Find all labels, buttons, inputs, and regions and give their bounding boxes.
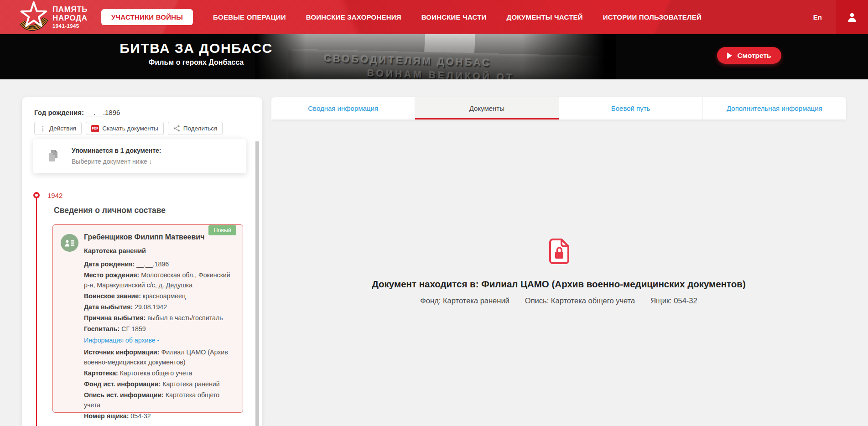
nav-item[interactable]: УЧАСТНИКИ ВОЙНЫ (101, 9, 193, 25)
document-meta-item: Ящик: 054-32 (650, 296, 697, 305)
hero-banner: СВОБОДИТЕЛЯМ ДОНБАС ВОИНАМ ВЕЛИКОЙ ОТ БИ… (0, 34, 868, 79)
pdf-icon: PDF (91, 125, 99, 132)
banner-subtitle: Фильм о героях Донбасса (68, 58, 324, 67)
person-field: Место рождения: Молотовская обл., Фокинс… (84, 270, 236, 290)
locked-document-icon (549, 239, 569, 266)
actions-row: ⋮ Действия PDF Скачать документы Поделит… (34, 122, 223, 135)
person-field: Дата рождения: __.__.1896 (84, 259, 236, 269)
document-card[interactable]: Новый Гребенщиков Филипп Матвеевич Карто… (52, 224, 243, 413)
mention-card: Упоминается в 1 документе: Выберите доку… (33, 139, 246, 173)
mention-subtitle: Выберите документ ниже ↓ (72, 158, 161, 165)
timeline-year: 1942 (47, 192, 62, 199)
avatar (61, 234, 78, 252)
logo-text: ПАМЯТЬ НАРОДА 1941-1945 (52, 5, 88, 29)
tab[interactable]: Сводная информация (271, 97, 415, 119)
archive-field: Номер ящика: 054-32 (84, 411, 236, 421)
tab[interactable]: Дополнительная информация (703, 97, 846, 119)
birth-year-row: Год рождения: __.__.1896 (34, 109, 120, 116)
logo-line2: НАРОДА (52, 14, 88, 22)
logo-line1: ПАМЯТЬ (52, 5, 88, 14)
person-fields: Дата рождения: __.__.1896 Место рождения… (84, 259, 236, 334)
archive-fields: Источник информации: Филиал ЦАМО (Архив … (84, 347, 236, 421)
nav-menu: УЧАСТНИКИ ВОЙНЫБОЕВЫЕ ОПЕРАЦИИВОИНСКИЕ З… (101, 0, 702, 34)
person-card-icon (64, 238, 75, 248)
account-button[interactable] (836, 0, 868, 34)
play-icon (727, 52, 732, 59)
mention-text: Упоминается в 1 документе: Выберите доку… (72, 147, 161, 165)
person-field: Госпиталь: СГ 1859 (84, 324, 236, 334)
sidebar-scrollbar[interactable] (255, 141, 259, 426)
nav-item[interactable]: БОЕВЫЕ ОПЕРАЦИИ (213, 13, 286, 21)
nav-item[interactable]: ВОИНСКИЕ ЧАСТИ (421, 13, 487, 21)
document-meta-item: Фонд: Картотека ранений (420, 296, 509, 305)
tab[interactable]: Боевой путь (559, 97, 703, 119)
download-documents-button[interactable]: PDF Скачать документы (86, 122, 164, 135)
birth-year-value: __.__.1896 (86, 109, 120, 116)
person-field: Дата выбытия: 29.08.1942 (84, 302, 236, 312)
tab[interactable]: Документы (415, 97, 559, 119)
language-toggle[interactable]: En (813, 0, 822, 34)
archive-field: Фонд ист. информации: Картотека ранений (84, 379, 236, 389)
banner-titles: БИТВА ЗА ДОНБАСС Фильм о героях Донбасса (68, 41, 324, 67)
actions-button[interactable]: ⋮ Действия (34, 122, 82, 135)
logo-years: 1941-1945 (52, 23, 88, 29)
top-nav: ПАМЯТЬ НАРОДА 1941-1945 УЧАСТНИКИ ВОЙНЫБ… (0, 0, 868, 34)
archive-field: Источник информации: Филиал ЦАМО (Архив … (84, 347, 236, 367)
archive-field: Картотека: Картотека общего учета (84, 368, 236, 378)
timeline-dot (33, 192, 40, 198)
archive-field: Опись ист. информации: Картотека общего … (84, 390, 236, 410)
document-type: Картотека ранений (84, 246, 236, 256)
document-location-heading: Документ находится в: Филиал ЦАМО (Архив… (271, 279, 846, 290)
person-name: Гребенщиков Филипп Матвеевич (84, 232, 236, 242)
star-ribbon-icon (19, 0, 48, 33)
watch-button[interactable]: Смотреть (717, 47, 781, 64)
site-logo[interactable]: ПАМЯТЬ НАРОДА 1941-1945 (19, 0, 88, 33)
share-icon (173, 125, 180, 132)
content-tabs: Сводная информацияДокументыБоевой путьДо… (271, 97, 846, 119)
documents-icon (46, 149, 60, 163)
share-label: Поделиться (183, 125, 218, 132)
actions-label: Действия (49, 125, 76, 132)
banner-title: БИТВА ЗА ДОНБАСС (68, 41, 324, 56)
document-meta-item: Опись: Картотека общего учета (525, 296, 635, 305)
share-button[interactable]: Поделиться (168, 122, 223, 135)
timeline-line (36, 198, 37, 426)
person-field: Воинское звание: красноармеец (84, 291, 236, 301)
download-label: Скачать документы (102, 125, 158, 132)
mention-title: Упоминается в 1 документе: (72, 147, 161, 154)
nav-item[interactable]: ВОИНСКИЕ ЗАХОРОНЕНИЯ (306, 13, 401, 21)
document-meta-row: Фонд: Картотека ранений Опись: Картотека… (271, 296, 846, 305)
archive-info-link[interactable]: Информация об архиве - (84, 335, 236, 345)
nav-item[interactable]: ДОКУМЕНТЫ ЧАСТЕЙ (507, 13, 583, 21)
nav-item[interactable]: ИСТОРИИ ПОЛЬЗОВАТЕЛЕЙ (603, 13, 702, 21)
timeline-section-title: Сведения о личном составе (54, 206, 166, 215)
person-field: Причина выбытия: выбыл в часть/госпиталь (84, 313, 236, 323)
kebab-icon: ⋮ (40, 125, 46, 132)
watch-label: Смотреть (737, 52, 771, 60)
page: ПАМЯТЬ НАРОДА 1941-1945 УЧАСТНИКИ ВОЙНЫБ… (0, 0, 868, 426)
birth-year-label: Год рождения: (34, 109, 84, 116)
person-sidebar: Год рождения: __.__.1896 ⋮ Действия PDF … (22, 97, 262, 426)
user-icon (847, 12, 858, 23)
document-card-content: Гребенщиков Филипп Матвеевич Картотека р… (84, 232, 236, 422)
